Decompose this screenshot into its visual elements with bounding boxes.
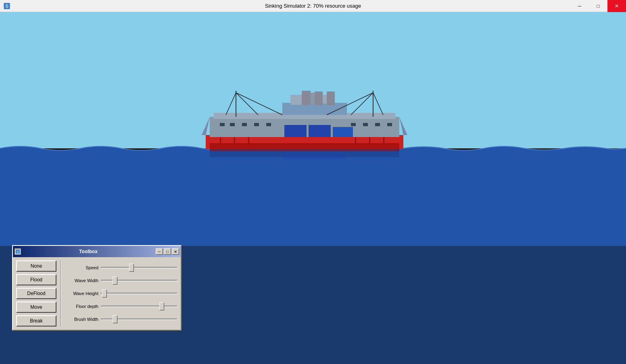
svg-rect-15 [315, 92, 323, 105]
wave-height-thumb[interactable] [102, 289, 107, 297]
svg-rect-29 [266, 123, 271, 126]
brush-width-track[interactable] [101, 318, 177, 320]
wave-height-slider-row: Wave Height [65, 288, 177, 299]
wave-width-label: Wave Width [65, 278, 98, 283]
title-bar: S Sinking Simulator 2: 70% resource usag… [0, 0, 626, 12]
floor-depth-thumb[interactable] [159, 302, 164, 310]
svg-line-20 [236, 93, 258, 115]
close-button[interactable]: ✕ [607, 0, 626, 12]
toolbox-separator [61, 260, 61, 327]
wave-width-slider-row: Wave Width [65, 275, 177, 286]
window-title: Sinking Simulator 2: 70% resource usage [265, 3, 361, 9]
flood-button[interactable]: Flood [16, 274, 56, 285]
speed-slider-row: Speed [65, 262, 177, 273]
svg-line-23 [351, 93, 373, 115]
app-icon: S [3, 2, 10, 10]
break-button[interactable]: Break [16, 315, 56, 327]
tool-buttons-panel: None Flood DeFlood Move Break [16, 260, 56, 327]
svg-line-21 [226, 93, 236, 115]
wave-width-thumb[interactable] [113, 277, 117, 285]
toolbox-body: None Flood DeFlood Move Break Speed [13, 257, 181, 330]
svg-rect-12 [309, 125, 331, 137]
speed-label: Speed [65, 265, 98, 270]
svg-line-19 [236, 93, 282, 115]
svg-marker-43 [399, 117, 407, 135]
svg-rect-32 [375, 123, 380, 126]
toolbox-titlebar: T Toolbox ─ □ ✕ [13, 246, 181, 257]
svg-rect-27 [242, 123, 247, 126]
toolbox-window: T Toolbox ─ □ ✕ None Flood DeFlood Move … [12, 245, 182, 331]
brush-width-thumb[interactable] [113, 315, 117, 323]
svg-rect-35 [234, 137, 235, 145]
toolbox-minimize-button[interactable]: ─ [156, 248, 163, 255]
speed-thumb[interactable] [129, 264, 134, 272]
deflood-button[interactable]: DeFlood [16, 288, 56, 299]
move-button[interactable]: Move [16, 302, 56, 313]
svg-text:T: T [17, 250, 19, 254]
svg-rect-30 [351, 123, 356, 126]
svg-rect-13 [333, 127, 353, 137]
wave-height-label: Wave Height [65, 291, 98, 296]
svg-rect-31 [363, 123, 368, 126]
minimize-button[interactable]: ─ [570, 0, 589, 12]
sliders-panel: Speed Wave Width Wave Height [65, 260, 177, 327]
svg-rect-41 [282, 153, 347, 159]
svg-rect-38 [369, 137, 370, 145]
floor-depth-slider-row: Floor depth [65, 301, 177, 312]
toolbox-close-button[interactable]: ✕ [172, 248, 179, 255]
svg-rect-34 [220, 137, 221, 145]
svg-rect-39 [383, 137, 384, 145]
wave-height-track[interactable] [101, 293, 177, 294]
toolbox-title: Toolbox [21, 249, 156, 254]
svg-rect-26 [230, 123, 235, 126]
toolbox-controls: ─ □ ✕ [156, 248, 179, 255]
toolbox-restore-button[interactable]: □ [164, 248, 171, 255]
svg-rect-8 [290, 95, 303, 105]
svg-rect-33 [387, 123, 392, 126]
toolbox-icon: T [15, 248, 21, 255]
svg-rect-28 [254, 123, 259, 126]
brush-width-slider-row: Brush Width [65, 314, 177, 325]
svg-text:S: S [6, 4, 8, 8]
svg-rect-25 [220, 123, 225, 126]
window-controls: ─ □ ✕ [570, 0, 626, 12]
ship [202, 91, 407, 161]
restore-button[interactable]: □ [589, 0, 607, 12]
brush-width-label: Brush Width [65, 317, 98, 322]
svg-marker-42 [202, 117, 210, 135]
game-area: T Toolbox ─ □ ✕ None Flood DeFlood Move … [0, 12, 626, 364]
svg-rect-14 [302, 91, 311, 105]
speed-track[interactable] [101, 267, 177, 268]
svg-rect-11 [284, 125, 307, 137]
svg-rect-16 [327, 92, 335, 105]
svg-rect-37 [355, 137, 356, 145]
svg-rect-36 [248, 137, 249, 145]
floor-depth-track[interactable] [101, 306, 177, 307]
none-button[interactable]: None [16, 260, 56, 272]
floor-depth-label: Floor depth [65, 304, 98, 309]
wave-width-track[interactable] [101, 280, 177, 281]
ship-svg [202, 91, 407, 161]
svg-line-24 [373, 93, 383, 115]
deep-water [0, 153, 626, 246]
